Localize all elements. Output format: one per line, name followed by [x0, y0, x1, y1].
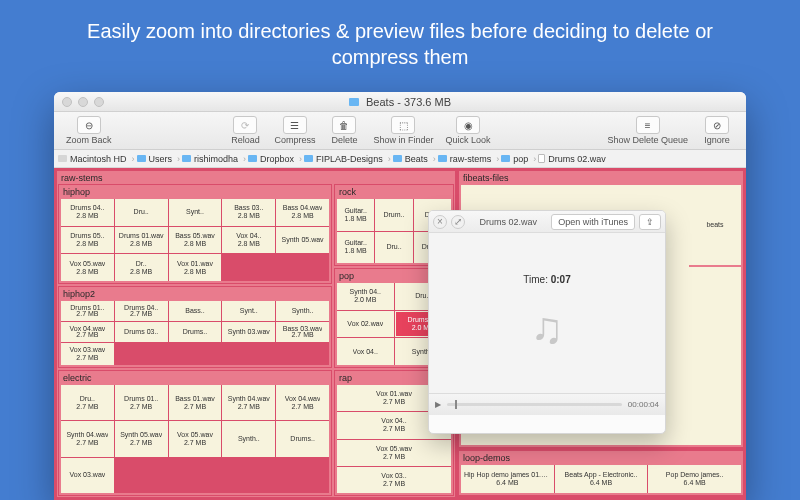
treemap-cell[interactable]: Drum..	[375, 199, 412, 231]
window-title-size: 373.6 MB	[404, 96, 451, 108]
treemap-cell[interactable]: Dru..2.7 MB	[61, 385, 114, 420]
treemap-cell[interactable]: Synth 03.wav	[222, 322, 275, 342]
share-button[interactable]: ⇪	[639, 214, 661, 230]
play-button[interactable]: ▶	[435, 400, 441, 409]
progress-head[interactable]	[455, 400, 457, 409]
treemap-cell[interactable]: Synt..	[222, 301, 275, 321]
breadcrumb-item[interactable]: Macintosh HD	[58, 154, 135, 164]
region-hiphop[interactable]: hiphop Drums 04..2.8 MBDru..Synt..Bass 0…	[58, 184, 332, 284]
traffic-lights	[62, 97, 104, 107]
progress-bar[interactable]	[447, 403, 622, 406]
cell-size: 2.7 MB	[76, 354, 98, 362]
breadcrumb-item[interactable]: Users	[137, 154, 181, 164]
treemap-cell[interactable]: beats	[689, 185, 741, 265]
treemap-cell[interactable]: Bass 05.wav2.8 MB	[169, 227, 222, 254]
treemap-cell[interactable]: Vox 05.wav2.7 MB	[169, 421, 222, 456]
quicklook-expand-button[interactable]: ⤢	[451, 215, 465, 229]
reload-button[interactable]: ⟳ Reload	[222, 114, 268, 147]
treemap-cell[interactable]: Synth 05.wav	[276, 227, 329, 254]
delete-button[interactable]: 🗑 Delete	[321, 114, 367, 147]
treemap-cell[interactable]: Vox 02.wav	[337, 311, 394, 338]
treemap-cell[interactable]: Guitar..1.8 MB	[337, 232, 374, 264]
treemap-cell[interactable]: Dru..	[115, 199, 168, 226]
breadcrumb-item[interactable]: FIPLAB-Designs	[304, 154, 391, 164]
cell-name: Synth 04..	[349, 288, 381, 296]
cell-name: Drums 01..	[124, 395, 158, 403]
treemap-cell[interactable]: Bass 04.wav2.8 MB	[276, 199, 329, 226]
treemap-cell[interactable]: Dru..	[375, 232, 412, 264]
treemap-cell[interactable]: Drums..	[169, 322, 222, 342]
treemap-cell[interactable]: Vox 03.wav	[61, 458, 114, 493]
cell-size: 2.8 MB	[76, 268, 98, 276]
treemap-cell[interactable]: Vox 04..	[337, 338, 394, 365]
cell-name: Beats App - Electronic..	[565, 471, 638, 479]
treemap-cell[interactable]: Synth..	[222, 421, 275, 456]
zoom-back-button[interactable]: ⊖ Zoom Back	[60, 114, 118, 147]
treemap-cell[interactable]	[689, 267, 741, 445]
cell-size: 2.8 MB	[291, 212, 313, 220]
folder-icon	[393, 155, 402, 162]
open-with-button[interactable]: Open with iTunes	[551, 214, 635, 230]
treemap-cell[interactable]: Hip Hop demo james 01.m..6.4 MB	[461, 465, 554, 493]
treemap-cell[interactable]: Vox 05.wav2.8 MB	[61, 254, 114, 281]
cell-name: Vox 05.wav	[376, 445, 412, 453]
cell-name: Vox 03.wav	[69, 471, 105, 479]
treemap-cell[interactable]: Drums 01..2.7 MB	[115, 385, 168, 420]
treemap-cell[interactable]: Vox 03..2.7 MB	[337, 467, 451, 493]
cell-size: 2.7 MB	[238, 403, 260, 411]
treemap-cell[interactable]: Bass 03..2.8 MB	[222, 199, 275, 226]
show-delete-queue-button[interactable]: ≡ Show Delete Queue	[601, 114, 694, 147]
show-in-finder-button[interactable]: ⬚ Show in Finder	[367, 114, 439, 147]
treemap-cell[interactable]: Drums 05..2.8 MB	[61, 227, 114, 254]
treemap-cell[interactable]: Beats App - Electronic..6.4 MB	[555, 465, 648, 493]
treemap-cell[interactable]: Bass..	[169, 301, 222, 321]
treemap-cell[interactable]: Bass 01.wav2.7 MB	[169, 385, 222, 420]
treemap-cell[interactable]: Synth 05.wav2.7 MB	[115, 421, 168, 456]
treemap-cell[interactable]: Synth 04..2.0 MB	[337, 283, 394, 310]
treemap-cell[interactable]: Vox 05.wav2.7 MB	[337, 440, 451, 466]
cell-name: Synth 05.wav	[282, 236, 324, 244]
breadcrumb-item[interactable]: rishimodha	[182, 154, 246, 164]
region-electric[interactable]: electric Dru..2.7 MBDrums 01..2.7 MBBass…	[58, 370, 332, 496]
treemap-cell[interactable]: Vox 01.wav2.8 MB	[169, 254, 222, 281]
disk-icon	[58, 155, 67, 162]
treemap-cell[interactable]: Bass 03.wav2.7 MB	[276, 322, 329, 342]
breadcrumb-item[interactable]: Dropbox	[248, 154, 302, 164]
minimize-icon[interactable]	[78, 97, 88, 107]
region-loop-demos[interactable]: loop-demos Hip Hop demo james 01.m..6.4 …	[458, 450, 744, 496]
treemap-cell[interactable]: Drums 01..2.7 MB	[61, 301, 114, 321]
quicklook-titlebar: × ⤢ Drums 02.wav Open with iTunes ⇪	[429, 211, 665, 233]
treemap-cell[interactable]: Drums..	[276, 421, 329, 456]
treemap-cell[interactable]: Vox 03.wav2.7 MB	[61, 343, 114, 365]
treemap-cell[interactable]: Synth 04.wav2.7 MB	[61, 421, 114, 456]
quicklook-time-value: 0:07	[551, 274, 571, 285]
treemap-cell[interactable]: Drums 03..	[115, 322, 168, 342]
treemap-cell[interactable]: Drums 01.wav2.8 MB	[115, 227, 168, 254]
treemap-cell[interactable]: Drums 04..2.7 MB	[115, 301, 168, 321]
zoom-icon[interactable]	[94, 97, 104, 107]
cell-size: 2.8 MB	[130, 268, 152, 276]
close-icon[interactable]	[62, 97, 72, 107]
treemap-cell[interactable]: Vox 04.wav2.7 MB	[276, 385, 329, 420]
treemap-cell[interactable]: Pop Demo james..6.4 MB	[648, 465, 741, 493]
quicklook-close-button[interactable]: ×	[433, 215, 447, 229]
breadcrumb-item[interactable]: Drums 02.wav	[538, 154, 611, 164]
treemap-cell[interactable]: Synth..	[276, 301, 329, 321]
ignore-label: Ignore	[704, 135, 730, 145]
treemap-cell[interactable]: Synt..	[169, 199, 222, 226]
treemap-cell[interactable]: Vox 04..2.8 MB	[222, 227, 275, 254]
breadcrumb-item[interactable]: pop	[501, 154, 536, 164]
breadcrumb-item[interactable]: Beats	[393, 154, 436, 164]
breadcrumb-item[interactable]: raw-stems	[438, 154, 500, 164]
treemap-cell[interactable]: Dr..2.8 MB	[115, 254, 168, 281]
treemap-cell[interactable]: Synth 04.wav2.7 MB	[222, 385, 275, 420]
quick-look-label: Quick Look	[445, 135, 490, 145]
compress-button[interactable]: ☰ Compress	[268, 114, 321, 147]
treemap-cell[interactable]: Guitar..1.8 MB	[337, 199, 374, 231]
treemap-cell[interactable]: Drums 04..2.8 MB	[61, 199, 114, 226]
region-hiphop2[interactable]: hiphop2 Drums 01..2.7 MBDrums 04..2.7 MB…	[58, 286, 332, 368]
treemap-cell[interactable]: Vox 04.wav2.7 MB	[61, 322, 114, 342]
reload-icon: ⟳	[241, 120, 249, 131]
ignore-button[interactable]: ⊘ Ignore	[694, 114, 740, 147]
quick-look-button[interactable]: ◉ Quick Look	[439, 114, 496, 147]
